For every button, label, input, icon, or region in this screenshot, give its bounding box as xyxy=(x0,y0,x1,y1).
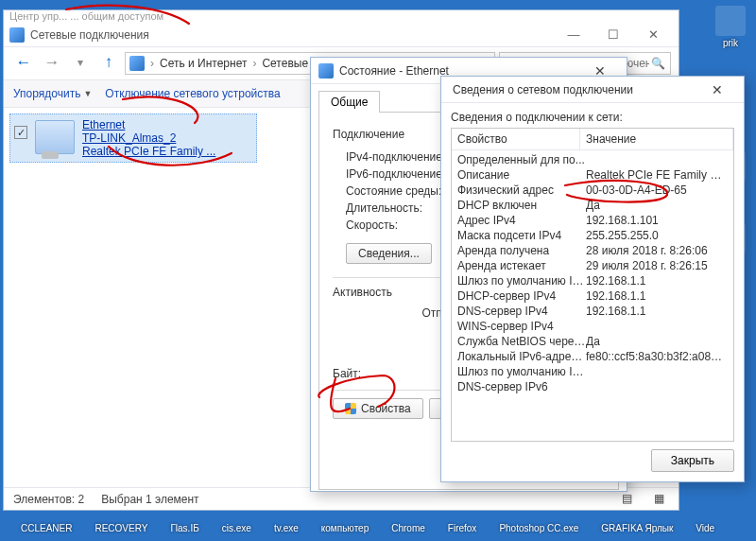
tab-general[interactable]: Общие xyxy=(318,91,380,113)
minimize-button[interactable]: — xyxy=(554,25,593,45)
details-row[interactable]: Определенный для по... xyxy=(452,152,733,167)
property-value: Да xyxy=(586,199,728,212)
column-value[interactable]: Значение xyxy=(580,129,733,149)
property-name: Шлюз по умолчанию IP... xyxy=(457,365,586,378)
search-icon: 🔍 xyxy=(651,57,665,70)
details-row[interactable]: Шлюз по умолчанию IP... xyxy=(452,364,733,379)
row-label: IPv4-подключение: xyxy=(346,150,445,164)
property-value: 192.168.1.1 xyxy=(586,305,728,318)
property-value: fe80::ccf5:8a30:b3f2:a081%13 xyxy=(586,350,728,363)
window-title: Сетевые подключения xyxy=(30,28,554,42)
bytes-label: Байт: xyxy=(333,367,361,380)
disable-device-button[interactable]: Отключение сетевого устройства xyxy=(105,87,280,100)
dialog-icon xyxy=(318,63,334,79)
details-row[interactable]: ОписаниеRealtek PCIe FE Family Controlle… xyxy=(452,167,733,183)
property-name: DHCP-сервер IPv4 xyxy=(457,289,586,303)
details-dialog: Сведения о сетевом подключении ✕ Сведени… xyxy=(440,76,745,482)
connection-network[interactable]: TP-LINK_Almas_2 xyxy=(82,131,215,145)
details-row[interactable]: Адрес IPv4192.168.1.101 xyxy=(452,213,733,228)
chevron-right-icon: › xyxy=(250,57,258,70)
property-value: 28 июля 2018 г. 8:26:06 xyxy=(586,244,728,257)
details-row[interactable]: Шлюз по умолчанию IP...192.168.1.1 xyxy=(452,273,733,288)
nic-icon xyxy=(35,120,75,154)
prev-window-title: Центр упр... ... общим доступом xyxy=(4,10,679,24)
property-name: Описание xyxy=(457,168,586,182)
dialog-title: Сведения о сетевом подключении xyxy=(449,83,698,96)
row-label: Длительность: xyxy=(346,201,422,215)
property-value: 192.168.1.1 xyxy=(586,289,728,303)
property-name: Шлюз по умолчанию IP... xyxy=(457,274,586,288)
shield-icon xyxy=(345,403,356,414)
property-value: Да xyxy=(586,335,728,348)
property-name: WINS-сервер IPv4 xyxy=(457,320,586,333)
property-name: Определенный для по... xyxy=(457,153,586,166)
location-icon xyxy=(129,56,145,71)
close-button[interactable]: ✕ xyxy=(698,82,736,97)
property-name: Маска подсети IPv4 xyxy=(457,229,586,242)
details-row[interactable]: Локальный IPv6-адрес...fe80::ccf5:8a30:b… xyxy=(452,349,733,364)
details-subtitle: Сведения о подключении к сети: xyxy=(451,111,734,124)
connection-device[interactable]: Realtek PCIe FE Family ... xyxy=(82,145,215,158)
details-row[interactable]: DNS-сервер IPv6 xyxy=(452,379,733,394)
property-value xyxy=(586,153,728,166)
connection-item[interactable]: ✓ Ethernet TP-LINK_Almas_2 Realtek PCIe … xyxy=(9,113,257,163)
property-value xyxy=(586,320,728,333)
details-row[interactable]: Физический адрес00-03-0D-A4-ED-65 xyxy=(452,183,733,198)
organize-button[interactable]: Упорядочить▼ xyxy=(13,87,92,100)
details-row[interactable]: Служба NetBIOS через...Да xyxy=(452,334,733,349)
details-row[interactable]: Маска подсети IPv4255.255.255.0 xyxy=(452,228,733,243)
nav-back-button[interactable]: ← xyxy=(11,51,36,76)
details-row[interactable]: Аренда получена28 июля 2018 г. 8:26:06 xyxy=(452,243,733,258)
row-label: Состояние среды: xyxy=(346,184,441,198)
property-name: DHCP включен xyxy=(457,199,586,212)
connection-text: Ethernet TP-LINK_Almas_2 Realtek PCIe FE… xyxy=(82,118,215,158)
maximize-button[interactable]: ☐ xyxy=(593,25,633,45)
close-button[interactable]: ✕ xyxy=(633,25,673,45)
property-name: Адрес IPv4 xyxy=(457,214,586,227)
tiles-view-button[interactable]: ▦ xyxy=(654,492,669,507)
details-button[interactable]: Сведения... xyxy=(346,243,432,264)
properties-button[interactable]: Свойства xyxy=(333,398,423,419)
property-value: 00-03-0D-A4-ED-65 xyxy=(586,183,728,197)
row-label: Скорость: xyxy=(346,218,398,232)
status-count: Элементов: 2 xyxy=(13,493,84,506)
property-name: Аренда получена xyxy=(457,244,586,257)
property-value: Realtek PCIe FE Family Controller xyxy=(586,168,728,182)
property-name: Аренда истекает xyxy=(457,259,586,272)
property-name: Локальный IPv6-адрес... xyxy=(457,350,586,363)
connection-name[interactable]: Ethernet xyxy=(82,118,215,131)
property-value xyxy=(586,380,728,393)
close-details-button[interactable]: Закрыть xyxy=(651,449,734,472)
chevron-right-icon: › xyxy=(148,57,156,70)
nav-recent-button[interactable]: ▾ xyxy=(68,51,93,76)
property-value: 192.168.1.101 xyxy=(586,214,728,227)
property-name: DNS-сервер IPv4 xyxy=(457,305,586,318)
status-selected: Выбран 1 элемент xyxy=(101,493,198,506)
chevron-down-icon: ▼ xyxy=(83,89,92,98)
row-label: IPv6-подключение: xyxy=(346,167,445,181)
details-list: Свойство Значение Определенный для по...… xyxy=(451,128,734,442)
details-row[interactable]: Аренда истекает29 июля 2018 г. 8:26:15 xyxy=(452,258,733,273)
selection-checkbox[interactable]: ✓ xyxy=(14,126,27,139)
property-name: DNS-сервер IPv6 xyxy=(457,380,586,393)
nav-up-button[interactable]: ↑ xyxy=(96,51,121,76)
details-view-button[interactable]: ▤ xyxy=(622,492,637,507)
dialog-titlebar: Сведения о сетевом подключении ✕ xyxy=(441,77,744,103)
property-value: 255.255.255.0 xyxy=(586,229,728,242)
column-property[interactable]: Свойство xyxy=(452,129,580,149)
desktop-bottom-icons: CCLEANERRECOVERYГlas.IБ cis.exetv.exeком… xyxy=(0,515,756,541)
breadcrumb-item[interactable]: Сеть и Интернет xyxy=(156,57,250,70)
titlebar: Сетевые подключения — ☐ ✕ xyxy=(4,24,679,47)
property-name: Служба NetBIOS через... xyxy=(457,335,586,348)
details-row[interactable]: DHCP-сервер IPv4192.168.1.1 xyxy=(452,288,733,304)
details-row[interactable]: DHCP включенДа xyxy=(452,198,733,213)
property-name: Физический адрес xyxy=(457,183,586,197)
desktop-icon[interactable]: prik xyxy=(707,6,754,48)
details-row[interactable]: DNS-сервер IPv4192.168.1.1 xyxy=(452,304,733,319)
nav-forward-button[interactable]: → xyxy=(40,51,64,76)
property-value: 192.168.1.1 xyxy=(586,274,728,288)
app-icon xyxy=(9,27,25,43)
property-value xyxy=(586,365,728,378)
details-row[interactable]: WINS-сервер IPv4 xyxy=(452,319,733,334)
property-value: 29 июля 2018 г. 8:26:15 xyxy=(586,259,728,272)
